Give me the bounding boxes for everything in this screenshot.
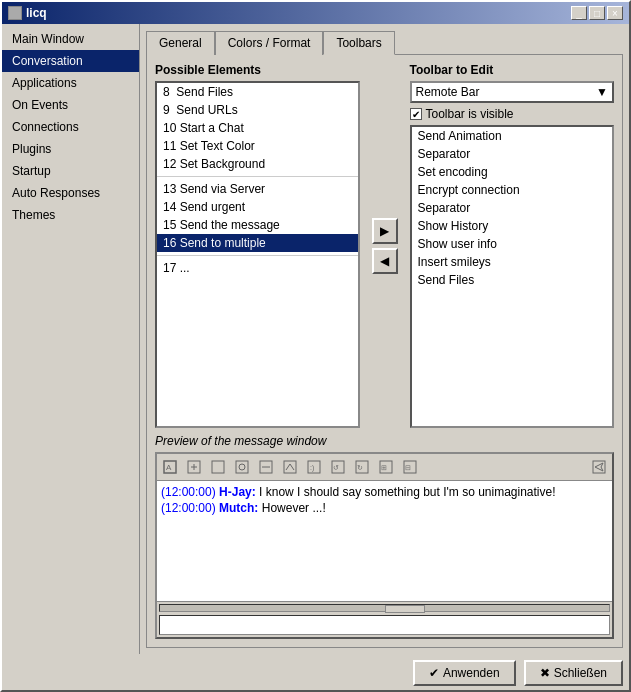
close-icon: ✖ <box>540 666 550 680</box>
svg-text:⊟: ⊟ <box>405 464 411 471</box>
list-item[interactable]: 15 Send the message <box>157 216 358 234</box>
two-col: Possible Elements 8 Send Files 9 Send UR… <box>155 63 614 428</box>
chat-message-2: However ...! <box>262 501 326 515</box>
preview-btn-7[interactable]: :) <box>303 456 325 478</box>
svg-text:↺: ↺ <box>333 464 339 471</box>
preview-btn-10[interactable]: ⊞ <box>375 456 397 478</box>
list-item[interactable]: Insert smileys <box>412 253 613 271</box>
list-item[interactable]: Separator <box>412 145 613 163</box>
tab-general[interactable]: General <box>146 31 215 55</box>
preview-btn-4[interactable] <box>231 456 253 478</box>
apply-button[interactable]: ✔ Anwenden <box>413 660 516 686</box>
list-item[interactable]: 9 Send URLs <box>157 101 358 119</box>
preview-btn-11[interactable]: ⊟ <box>399 456 421 478</box>
preview-btn-send[interactable] <box>588 456 610 478</box>
sidebar-item-plugins[interactable]: Plugins <box>2 138 139 160</box>
apply-label: Anwenden <box>443 666 500 680</box>
sidebar-item-main-window[interactable]: Main Window <box>2 28 139 50</box>
arrow-right-button[interactable]: ▶ <box>372 218 398 244</box>
preview-label: Preview of the message window <box>155 434 614 448</box>
list-item[interactable]: Show user info <box>412 235 613 253</box>
chat-user-1: H-Jay: <box>219 485 256 499</box>
toolbar-visible-checkbox[interactable]: ✔ <box>410 108 422 120</box>
toolbar-visible-row: ✔ Toolbar is visible <box>410 107 615 121</box>
svg-marker-22 <box>595 463 603 471</box>
arrow-left-button[interactable]: ◀ <box>372 248 398 274</box>
svg-rect-10 <box>284 461 296 473</box>
list-item-selected[interactable]: 16 Send to multiple <box>157 234 358 252</box>
preview-btn-2[interactable] <box>183 456 205 478</box>
svg-rect-5 <box>212 461 224 473</box>
toolbar-edit-col: Toolbar to Edit Remote Bar ▼ ✔ Toolbar i… <box>410 63 615 428</box>
chevron-down-icon: ▼ <box>596 85 608 99</box>
preview-section: Preview of the message window A <box>155 434 614 639</box>
preview-btn-9[interactable]: ↻ <box>351 456 373 478</box>
list-item[interactable]: 8 Send Files <box>157 83 358 101</box>
toolbar-visible-label: Toolbar is visible <box>426 107 514 121</box>
close-button[interactable]: ✖ Schließen <box>524 660 623 686</box>
preview-btn-1[interactable]: A <box>159 456 181 478</box>
chat-line-1: (12:00:00) H-Jay: I know I should say so… <box>161 485 608 499</box>
sidebar-item-conversation[interactable]: Conversation <box>2 50 139 72</box>
sidebar-item-themes[interactable]: Themes <box>2 204 139 226</box>
possible-elements-list[interactable]: 8 Send Files 9 Send URLs 10 Start a Chat… <box>155 81 360 428</box>
tab-toolbars[interactable]: Toolbars <box>323 31 394 55</box>
sidebar-item-auto-responses[interactable]: Auto Responses <box>2 182 139 204</box>
list-item[interactable]: 11 Set Text Color <box>157 137 358 155</box>
list-item[interactable]: Separator <box>412 199 613 217</box>
list-item[interactable]: Send Animation <box>412 127 613 145</box>
sidebar-item-connections[interactable]: Connections <box>2 116 139 138</box>
svg-text:⊞: ⊞ <box>381 464 387 471</box>
sidebar-item-on-events[interactable]: On Events <box>2 94 139 116</box>
toolbar-select-row: Remote Bar ▼ <box>410 81 615 103</box>
maximize-button[interactable]: □ <box>589 6 605 20</box>
preview-btn-6[interactable] <box>279 456 301 478</box>
close-button[interactable]: × <box>607 6 623 20</box>
chat-user-2: Mutch: <box>219 501 258 515</box>
toolbar-select[interactable]: Remote Bar ▼ <box>410 81 615 103</box>
possible-elements-label: Possible Elements <box>155 63 360 77</box>
possible-elements-col: Possible Elements 8 Send Files 9 Send UR… <box>155 63 360 428</box>
sidebar-item-startup[interactable]: Startup <box>2 160 139 182</box>
window-body: Main Window Conversation Applications On… <box>2 24 629 654</box>
preview-chat: (12:00:00) H-Jay: I know I should say so… <box>157 481 612 601</box>
sidebar: Main Window Conversation Applications On… <box>2 24 140 654</box>
main-content: General Colors / Format Toolbars Possibl… <box>140 24 629 654</box>
apply-icon: ✔ <box>429 666 439 680</box>
chat-time-2: (12:00:00) <box>161 501 216 515</box>
toolbar-edit-label: Toolbar to Edit <box>410 63 615 77</box>
list-item[interactable]: 17 ... <box>157 259 358 277</box>
main-window: licq _ □ × Main Window Conversation Appl… <box>0 0 631 692</box>
titlebar: licq _ □ × <box>2 2 629 24</box>
list-item[interactable]: Set encoding <box>412 163 613 181</box>
chat-message-1: I know I should say something but I'm so… <box>259 485 555 499</box>
list-item[interactable]: 12 Set Background <box>157 155 358 173</box>
preview-scrollbar[interactable] <box>157 601 612 613</box>
preview-btn-8[interactable]: ↺ <box>327 456 349 478</box>
chat-line-2: (12:00:00) Mutch: However ...! <box>161 501 608 515</box>
list-item[interactable]: 14 Send urgent <box>157 198 358 216</box>
svg-point-7 <box>239 464 245 470</box>
tab-colors-format[interactable]: Colors / Format <box>215 31 324 55</box>
list-item[interactable]: Show History <box>412 217 613 235</box>
toolbar-items-list[interactable]: Send Animation Separator Set encoding En… <box>410 125 615 428</box>
preview-input-area[interactable] <box>159 615 610 635</box>
list-item[interactable]: 10 Start a Chat <box>157 119 358 137</box>
minimize-button[interactable]: _ <box>571 6 587 20</box>
scrollbar-thumb[interactable] <box>385 605 425 613</box>
titlebar-left: licq <box>8 6 47 20</box>
arrow-right-icon: ▶ <box>380 224 389 238</box>
sidebar-item-applications[interactable]: Applications <box>2 72 139 94</box>
footer: ✔ Anwenden ✖ Schließen <box>2 654 629 690</box>
list-item[interactable]: Encrypt connection <box>412 181 613 199</box>
preview-btn-3[interactable] <box>207 456 229 478</box>
scrollbar-track[interactable] <box>159 604 610 612</box>
list-item[interactable]: Send Files <box>412 271 613 289</box>
arrow-left-icon: ◀ <box>380 254 389 268</box>
app-icon <box>8 6 22 20</box>
preview-btn-5[interactable] <box>255 456 277 478</box>
list-item[interactable]: 13 Send via Server <box>157 180 358 198</box>
preview-box: A <box>155 452 614 639</box>
svg-text:A: A <box>166 463 172 472</box>
tab-content: Possible Elements 8 Send Files 9 Send UR… <box>146 54 623 648</box>
